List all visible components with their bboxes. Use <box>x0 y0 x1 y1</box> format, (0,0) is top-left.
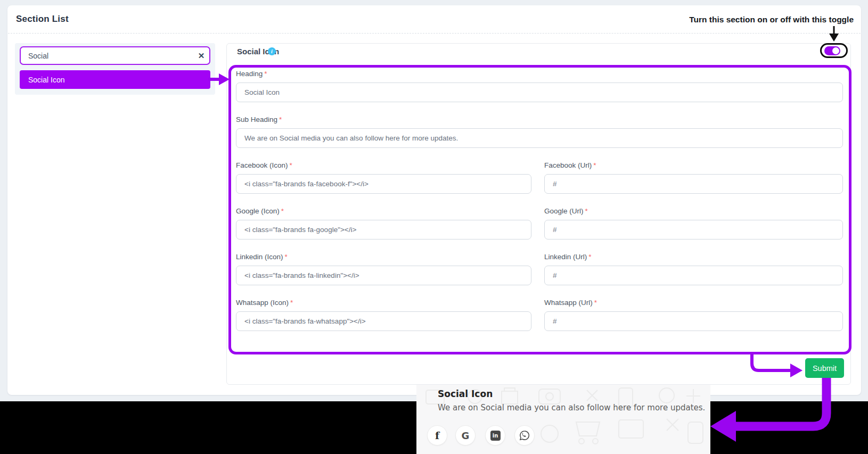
toggle-callout-text: Turn this section on or off with this to… <box>689 15 854 24</box>
facebook-url-input[interactable] <box>544 174 843 194</box>
facebook-icon[interactable]: f <box>427 425 447 445</box>
sub-heading-label: Sub Heading* <box>236 115 282 123</box>
clear-search-icon[interactable]: ✕ <box>193 52 209 60</box>
heading-label: Heading* <box>236 70 267 78</box>
linkedin-icon-label: Linkedin (Icon)* <box>236 253 288 261</box>
linkedin-url-label: Linkedin (Url)* <box>544 253 592 261</box>
google-icon[interactable]: G <box>455 425 476 445</box>
google-url-input[interactable] <box>544 220 843 240</box>
linkedin-icon[interactable]: in <box>485 425 505 445</box>
whatsapp-icon-input[interactable] <box>236 311 531 331</box>
section-preview: Social Icon We are on Social media you c… <box>416 385 710 454</box>
screenshot-stage: Section List ✕ Social Icon Social Icon i… <box>0 0 868 454</box>
facebook-icon-input[interactable] <box>236 174 531 194</box>
whatsapp-icon[interactable] <box>514 425 535 445</box>
preview-subheading: We are on Social media you can also foll… <box>438 403 705 412</box>
whatsapp-url-input[interactable] <box>544 311 843 331</box>
google-icon-input[interactable] <box>236 220 531 240</box>
preview-heading: Social Icon <box>438 389 493 399</box>
sidebar-item-label: Social Icon <box>28 76 64 84</box>
search-input[interactable] <box>21 52 193 60</box>
section-search-box: ✕ <box>20 46 210 65</box>
whatsapp-icon-label: Whatsapp (Icon)* <box>236 299 293 307</box>
section-toggle[interactable] <box>824 46 840 55</box>
page-title: Section List <box>16 14 69 24</box>
submit-button[interactable]: Submit <box>805 358 844 378</box>
heading-input[interactable] <box>236 82 843 102</box>
whatsapp-url-label: Whatsapp (Url)* <box>544 299 597 307</box>
sub-heading-input[interactable] <box>236 128 843 148</box>
linkedin-url-input[interactable] <box>544 266 843 285</box>
info-icon[interactable]: i <box>268 47 276 55</box>
google-icon-label: Google (Icon)* <box>236 207 284 215</box>
sidebar-item-social-icon[interactable]: Social Icon <box>20 70 210 89</box>
whatsapp-glyph <box>519 430 530 441</box>
google-url-label: Google (Url)* <box>544 207 588 215</box>
linkedin-icon-input[interactable] <box>236 266 531 285</box>
facebook-icon-label: Facebook (Icon)* <box>236 161 292 169</box>
toggle-knob <box>832 47 839 54</box>
header-divider <box>8 33 861 34</box>
facebook-url-label: Facebook (Url)* <box>544 161 596 169</box>
